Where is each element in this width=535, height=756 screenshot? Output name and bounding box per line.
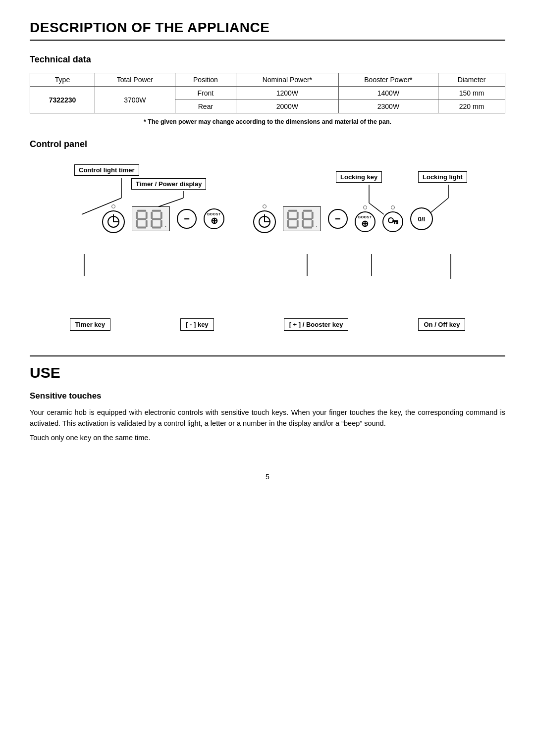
cell-booster-2: 2300W: [338, 100, 438, 113]
use-title: USE: [30, 364, 505, 381]
boost-label-right: BOOST: [358, 215, 372, 219]
page-title: DESCRIPTION OF THE APPLIANCE: [30, 20, 505, 41]
svg-rect-21: [137, 227, 146, 229]
col-type: Type: [30, 73, 95, 87]
svg-rect-45: [303, 227, 312, 229]
plus-symbol-right: ⊕: [361, 219, 369, 228]
svg-rect-42: [303, 218, 312, 220]
sensitive-touches-heading: Sensitive touches: [30, 391, 505, 401]
svg-rect-38: [288, 227, 297, 229]
cell-diameter-1: 150 mm: [438, 87, 505, 100]
timer-key-icon[interactable]: [102, 210, 125, 233]
svg-rect-22: [152, 210, 161, 212]
col-booster-power: Booster Power*: [338, 73, 438, 87]
locking-key-button[interactable]: [382, 211, 403, 232]
svg-rect-43: [302, 220, 304, 227]
locking-key-indicator: [391, 205, 395, 209]
plus-symbol-left: ⊕: [211, 216, 218, 225]
plus-booster-key-label: [ + ] / Booster key: [284, 318, 349, 331]
control-light-dot-left: [111, 204, 115, 208]
svg-point-29: [259, 216, 270, 227]
svg-rect-40: [302, 212, 304, 219]
timer-key-icon-right[interactable]: [253, 210, 276, 233]
col-position: Position: [175, 73, 236, 87]
display-group-left: .: [132, 206, 170, 231]
technical-data-heading: Technical data: [30, 54, 505, 65]
control-light-dot-right: [263, 204, 267, 208]
svg-rect-47: [392, 220, 398, 222]
cell-position-front: Front: [175, 87, 236, 100]
col-nominal-power: Nominal Power*: [236, 73, 339, 87]
display-group-right: .: [283, 206, 321, 231]
svg-rect-23: [151, 212, 153, 219]
diagram-lines: [30, 157, 505, 336]
boost-label-left: BOOST: [207, 212, 220, 216]
svg-rect-26: [151, 220, 153, 227]
svg-rect-17: [146, 212, 148, 219]
cell-nominal-1: 1200W: [236, 87, 339, 100]
technical-data-table: Type Total Power Position Nominal Power*…: [30, 73, 505, 113]
sensitive-touches-paragraph-1: Your ceramic hob is equipped with electr…: [30, 407, 505, 429]
svg-point-12: [108, 216, 119, 227]
control-panel-diagram: Control light timer Timer / Power displa…: [30, 157, 505, 336]
page-number: 5: [30, 473, 505, 481]
control-panel-heading: Control panel: [30, 139, 505, 150]
cell-position-rear: Rear: [175, 100, 236, 113]
svg-rect-39: [303, 210, 312, 212]
minus-button-left[interactable]: −: [177, 209, 197, 229]
svg-rect-35: [288, 218, 297, 220]
cell-type: 7322230: [30, 87, 95, 113]
svg-rect-44: [312, 220, 314, 227]
on-off-button[interactable]: 0/I: [410, 207, 433, 230]
svg-rect-34: [297, 212, 299, 219]
svg-rect-25: [152, 218, 161, 220]
cell-booster-1: 1400W: [338, 87, 438, 100]
plus-boost-button-left[interactable]: BOOST ⊕: [204, 208, 224, 229]
cell-total-power: 3700W: [95, 87, 175, 113]
svg-rect-18: [137, 218, 146, 220]
sensitive-touches-paragraph-2: Touch only one key on the same time.: [30, 432, 505, 443]
on-off-label: 0/I: [418, 215, 425, 223]
plus-boost-button-right[interactable]: BOOST ⊕: [355, 211, 375, 232]
minus-key-label: [ - ] key: [180, 318, 214, 331]
svg-rect-33: [287, 212, 289, 219]
minus-button-right[interactable]: −: [328, 209, 348, 229]
on-off-key-label: On / Off key: [418, 318, 465, 331]
indicator-dot-boost: [363, 205, 367, 209]
svg-rect-28: [152, 227, 161, 229]
svg-rect-36: [287, 220, 289, 227]
svg-rect-48: [396, 222, 398, 224]
svg-rect-41: [312, 212, 314, 219]
svg-rect-32: [288, 210, 297, 212]
svg-rect-27: [160, 220, 162, 227]
svg-rect-20: [146, 220, 148, 227]
cell-nominal-2: 2000W: [236, 100, 339, 113]
svg-rect-37: [297, 220, 299, 227]
svg-rect-49: [394, 222, 395, 224]
display-dot-left: .: [165, 222, 166, 228]
use-section: USE Sensitive touches Your ceramic hob i…: [30, 355, 505, 443]
col-total-power: Total Power: [95, 73, 175, 87]
display-dot-right: .: [316, 222, 318, 228]
svg-rect-24: [160, 212, 162, 219]
control-panel-section: Control panel: [30, 139, 505, 336]
svg-rect-15: [137, 210, 146, 212]
timer-key-label: Timer key: [70, 318, 110, 331]
cell-diameter-2: 220 mm: [438, 100, 505, 113]
svg-rect-19: [136, 220, 138, 227]
col-diameter: Diameter: [438, 73, 505, 87]
table-note: * The given power may change according t…: [30, 118, 505, 125]
svg-rect-16: [136, 212, 138, 219]
